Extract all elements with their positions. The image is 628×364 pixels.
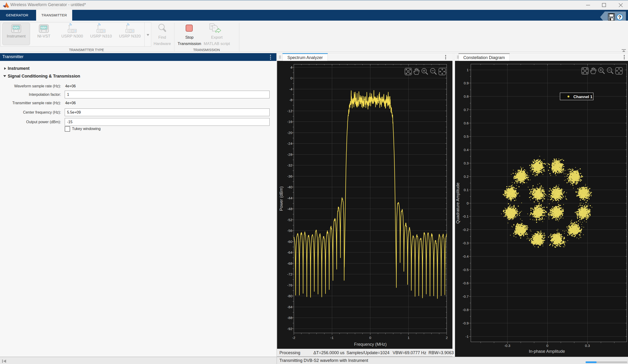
svg-text:-80: -80	[287, 294, 292, 298]
svg-text:-0.2: -0.2	[463, 228, 469, 232]
svg-text:0.1: 0.1	[464, 188, 469, 192]
svg-text:-72: -72	[287, 272, 292, 276]
svg-text:-64: -64	[287, 250, 292, 254]
svg-text:0: 0	[467, 201, 469, 205]
svg-text:1: 1	[467, 68, 469, 72]
svg-text:0.7: 0.7	[464, 108, 469, 112]
svg-text:Quadrature Amplitude: Quadrature Amplitude	[456, 182, 460, 224]
svg-text:-0.6: -0.6	[463, 281, 469, 285]
svg-text:0.3: 0.3	[464, 161, 469, 165]
svg-text:-2: -2	[292, 336, 295, 340]
svg-text:-0.8: -0.8	[463, 308, 469, 312]
svg-text:1: 1	[408, 336, 409, 340]
svg-text:-16: -16	[287, 120, 292, 124]
svg-text:-36: -36	[287, 174, 292, 178]
svg-text:-24: -24	[287, 141, 292, 145]
svg-text:0.8: 0.8	[464, 94, 469, 98]
svg-text:-4: -4	[289, 87, 292, 91]
svg-text:0.5: 0.5	[464, 134, 469, 138]
svg-text:-52: -52	[287, 218, 292, 222]
svg-text:-48: -48	[287, 207, 292, 211]
svg-text:Power (dBm): Power (dBm)	[279, 186, 284, 211]
svg-text:?: ?	[618, 14, 621, 20]
svg-text:0.4: 0.4	[464, 148, 469, 152]
svg-text:-8: -8	[289, 98, 292, 102]
svg-text:2: 2	[446, 336, 448, 340]
svg-text:-28: -28	[287, 152, 292, 156]
svg-text:-0.1: -0.1	[463, 214, 469, 218]
svg-text:0.6: 0.6	[464, 121, 469, 125]
svg-text:-56: -56	[287, 229, 292, 233]
svg-text:0: 0	[547, 344, 548, 348]
svg-text:-40: -40	[287, 185, 292, 189]
svg-text:-0.3: -0.3	[504, 344, 510, 348]
svg-text:Frequency (MHz): Frequency (MHz)	[354, 342, 387, 347]
svg-text:-32: -32	[287, 163, 292, 167]
svg-text:-20: -20	[287, 131, 292, 135]
svg-text:-1: -1	[330, 336, 334, 340]
svg-text:-84: -84	[287, 305, 292, 309]
svg-text:-12: -12	[287, 109, 292, 113]
svg-text:-76: -76	[287, 283, 292, 287]
svg-text:-0.5: -0.5	[463, 268, 469, 272]
svg-text:-88: -88	[287, 316, 292, 320]
svg-text:0.3: 0.3	[585, 344, 590, 348]
svg-text:In-phase Amplitude: In-phase Amplitude	[529, 349, 565, 354]
svg-text:0: 0	[290, 76, 292, 80]
svg-text:0.2: 0.2	[464, 175, 469, 179]
svg-text:-60: -60	[287, 240, 292, 243]
svg-text:0.9: 0.9	[464, 81, 469, 85]
svg-text:-1: -1	[466, 334, 469, 338]
svg-text:4: 4	[290, 65, 292, 69]
svg-text:0: 0	[369, 336, 371, 340]
svg-text:-44: -44	[287, 196, 292, 200]
svg-text:-0.9: -0.9	[463, 321, 469, 325]
svg-text:-0.3: -0.3	[463, 241, 469, 245]
svg-text:Channel 1: Channel 1	[573, 95, 592, 99]
svg-text:-0.4: -0.4	[463, 254, 469, 258]
svg-text:-68: -68	[287, 261, 292, 265]
svg-text:-92: -92	[287, 327, 292, 331]
svg-text:-0.7: -0.7	[463, 295, 469, 299]
